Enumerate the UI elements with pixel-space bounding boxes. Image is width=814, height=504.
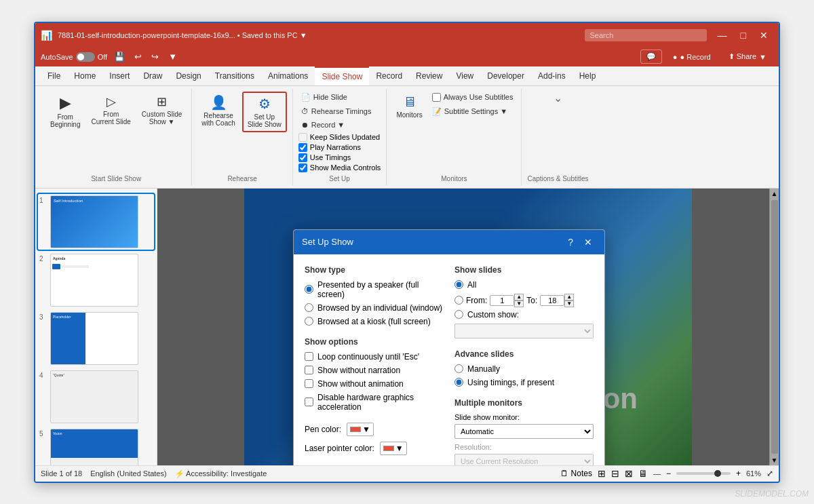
loop-continuously-check[interactable]: Loop continuously until 'Esc' (305, 352, 444, 362)
show-without-animation-check[interactable]: Show without animation (305, 379, 444, 389)
to-up-arrow[interactable]: ▲ (564, 294, 574, 301)
tab-file[interactable]: File (41, 67, 67, 85)
accessibility-info[interactable]: ⚡ Accessibility: Investigate (175, 469, 267, 478)
use-timings-check[interactable]: Use Timings (298, 153, 381, 162)
show-without-narration-check[interactable]: Show without narration (305, 366, 444, 375)
presenter-view-status-button[interactable]: 🖥 (638, 468, 648, 479)
play-narrations-checkbox[interactable] (298, 143, 307, 152)
save-button[interactable]: 💾 (111, 50, 128, 63)
radio-presented-speaker[interactable]: Presented by a speaker (full screen) (305, 280, 444, 299)
always-subtitles-button[interactable]: Always Use Subtitles (429, 92, 516, 103)
radio-presented-speaker-input[interactable] (305, 285, 313, 294)
radio-custom-input[interactable] (454, 310, 463, 319)
fit-to-window-button[interactable]: ⤢ (767, 469, 773, 478)
autosave-toggle-track[interactable] (76, 52, 95, 62)
minimize-button[interactable]: — (712, 27, 733, 43)
share-top-button[interactable]: ⬆ Share ▼ (722, 50, 773, 64)
from-current-icon: ▷ (106, 94, 116, 109)
maximize-button[interactable]: □ (735, 27, 752, 43)
captions-expand-icon[interactable]: ⌄ (554, 92, 562, 104)
no-animation-checkbox[interactable] (305, 379, 313, 388)
from-down-arrow[interactable]: ▼ (514, 301, 524, 307)
radio-manually[interactable]: Manually (454, 364, 594, 374)
slide-item-3[interactable]: 3 Placeholder (38, 311, 154, 366)
radio-browsed-individual[interactable]: Browsed by an individual (window) (305, 303, 444, 313)
zoom-slider[interactable] (676, 472, 731, 475)
zoom-out-button[interactable]: − (666, 469, 671, 478)
radio-manually-input[interactable] (454, 364, 463, 373)
tab-draw[interactable]: Draw (136, 67, 169, 85)
always-subtitles-checkbox[interactable] (432, 93, 441, 102)
tab-developer[interactable]: Developer (480, 67, 531, 85)
record-button[interactable]: ⏺ Record ▼ (298, 119, 347, 130)
loop-continuously-checkbox[interactable] (305, 352, 313, 361)
qa-more-button[interactable]: ▼ (166, 50, 180, 63)
radio-browsed-kiosk[interactable]: Browsed at a kiosk (full screen) (305, 317, 444, 326)
set-up-slide-show-button[interactable]: ⚙ Set UpSlide Show (242, 92, 287, 132)
laser-color-picker[interactable]: ▼ (380, 442, 407, 455)
radio-custom-show[interactable]: Custom show: (454, 310, 594, 319)
from-beginning-button[interactable]: ▶ FromBeginning (46, 92, 84, 131)
tab-record[interactable]: Record (369, 67, 409, 85)
from-value-input[interactable] (490, 295, 514, 306)
radio-browsed-individual-input[interactable] (305, 303, 313, 312)
radio-from-input[interactable] (454, 296, 463, 305)
radio-using-timings-input[interactable] (454, 378, 463, 387)
slide-item-1[interactable]: 1 Self Introduction (38, 194, 154, 250)
slide-item-5[interactable]: 5 Vision (38, 427, 154, 465)
use-timings-checkbox[interactable] (298, 153, 307, 162)
pen-color-picker[interactable]: ▼ (347, 423, 374, 436)
disable-hardware-checkbox[interactable] (305, 398, 313, 406)
radio-all-input[interactable] (454, 280, 463, 289)
dialog-help-button[interactable]: ? (564, 235, 577, 249)
record-top-button[interactable]: ● ● Record (666, 50, 718, 64)
slide-item-2[interactable]: 2 Agenda (38, 252, 154, 308)
normal-view-button[interactable]: ⊞ (598, 468, 606, 479)
search-input[interactable] (585, 29, 707, 41)
slide-item-4[interactable]: 4 "Quote" (38, 369, 154, 425)
reading-view-button[interactable]: ⊠ (625, 468, 633, 479)
from-up-arrow[interactable]: ▲ (514, 294, 524, 301)
tab-animations[interactable]: Animations (261, 67, 315, 85)
tab-transitions[interactable]: Transitions (208, 67, 261, 85)
radio-browsed-kiosk-input[interactable] (305, 317, 313, 326)
keep-slides-checkbox[interactable] (298, 133, 307, 142)
to-label: To: (526, 296, 537, 305)
notes-button[interactable]: 🗒 Notes (560, 469, 592, 478)
monitors-button[interactable]: 🖥 Monitors (392, 92, 426, 121)
custom-slide-show-button[interactable]: ⊞ Custom SlideShow ▼ (138, 92, 186, 128)
rehearse-timings-button[interactable]: ⏱ Rehearse Timings (298, 106, 374, 117)
tab-review[interactable]: Review (409, 67, 449, 85)
keep-slides-check[interactable]: Keep Slides Updated (298, 133, 381, 142)
tab-slideshow[interactable]: Slide Show (315, 66, 369, 85)
no-narration-checkbox[interactable] (305, 366, 313, 374)
undo-button[interactable]: ↩ (132, 50, 144, 63)
tab-design[interactable]: Design (169, 67, 208, 85)
tab-help[interactable]: Help (573, 67, 603, 85)
zoom-in-button[interactable]: + (736, 469, 741, 478)
redo-button[interactable]: ↪ (149, 50, 161, 63)
custom-show-dropdown[interactable] (454, 324, 594, 338)
resolution-dropdown[interactable]: Use Current Resolution (454, 454, 594, 465)
show-media-checkbox[interactable] (298, 163, 307, 172)
radio-using-timings[interactable]: Using timings, if present (454, 378, 594, 387)
tab-home[interactable]: Home (67, 67, 102, 85)
to-value-input[interactable] (540, 295, 564, 306)
rehearse-with-coach-button[interactable]: 👤 Rehearsewith Coach (197, 92, 239, 130)
slide-show-monitor-dropdown[interactable]: Automatic (454, 424, 594, 439)
show-media-check[interactable]: Show Media Controls (298, 163, 381, 172)
to-down-arrow[interactable]: ▼ (564, 301, 574, 307)
play-narrations-check[interactable]: Play Narrations (298, 143, 381, 152)
tab-addins[interactable]: Add-ins (531, 67, 573, 85)
dialog-close-button[interactable]: ✕ (580, 235, 596, 249)
subtitle-settings-button[interactable]: 📝 Subtitle Settings ▼ (429, 106, 516, 117)
disable-hardware-check[interactable]: Disable hardware graphics acceleration (305, 393, 444, 412)
comments-button[interactable]: 💬 (640, 50, 662, 64)
from-current-slide-button[interactable]: ▷ FromCurrent Slide (87, 92, 134, 128)
tab-insert[interactable]: Insert (102, 67, 136, 85)
slide-sorter-button[interactable]: ⊟ (611, 468, 619, 479)
hide-slide-button[interactable]: 📄 Hide Slide (298, 92, 350, 103)
tab-view[interactable]: View (449, 67, 480, 85)
radio-all-slides[interactable]: All (454, 280, 594, 290)
close-button[interactable]: ✕ (754, 27, 773, 43)
